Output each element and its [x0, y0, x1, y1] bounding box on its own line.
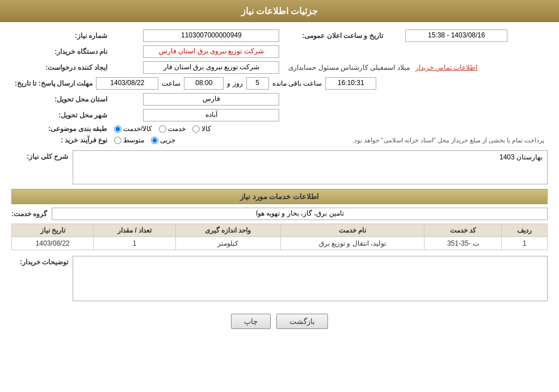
info-table: 1403/08/16 - 15:38 تاریخ و ساعت اعلان عم…: [11, 28, 548, 146]
province-label: استان محل تحویل:: [54, 95, 107, 103]
category-kala-label: کالا: [201, 125, 211, 133]
category-kala-khedmat-label: کالا/خدمت: [123, 125, 152, 133]
need-number-label: شماره نیاز:: [75, 32, 107, 40]
cell-count: 1: [94, 237, 175, 250]
purchase-type-group: متوسط جزیی: [114, 136, 279, 144]
category-kala-khedmat-option[interactable]: کالا/خدمت: [114, 125, 152, 133]
creator-person: میلاد اسمعیلی کارشناس مسئول حسابداری: [288, 64, 409, 71]
deadline-time: 08:00: [184, 77, 224, 90]
col-row: ردیف: [502, 224, 548, 237]
buyer-notes-textarea[interactable]: [73, 256, 548, 301]
deadline-remaining: 16:10:31: [325, 77, 376, 90]
cell-row: 1: [502, 237, 548, 250]
buyer-notes-label: توضیحات خریدار:: [11, 256, 68, 266]
purchase-jozvi-option[interactable]: جزیی: [151, 136, 175, 144]
col-unit: واحد اندازه گیری: [175, 224, 280, 237]
purchase-motovaset-radio[interactable]: [114, 137, 121, 144]
col-name: نام خدمت: [280, 224, 424, 237]
col-date: تاریخ نیاز: [12, 224, 94, 237]
city-label: شهر محل تحویل:: [58, 111, 107, 119]
deadline-days: 5: [246, 77, 269, 90]
page-header: جزئیات اطلاعات نیاز: [0, 0, 559, 22]
creator-link[interactable]: اطلاعات تماس خریدار: [415, 64, 478, 71]
category-label: طبقه بندی موضوعی:: [48, 125, 107, 133]
service-group-label: گروه خدمت:: [11, 210, 47, 218]
col-count: تعداد / مقدار: [94, 224, 175, 237]
deadline-remaining-label: ساعت باقی مانده: [272, 79, 322, 87]
buyer-org-label: نام دستگاه خریدار:: [54, 48, 107, 56]
cell-name: تولید، انتقال و توزیع برق: [280, 237, 424, 250]
button-area: بازگشت چاپ: [11, 307, 548, 336]
category-khedmat-option[interactable]: خدمت: [159, 125, 186, 133]
deadline-time-label: ساعت: [162, 79, 180, 87]
row-category: کالا/خدمت خدمت کالا: [11, 123, 548, 134]
description-value: بهارستان 1403: [499, 153, 543, 161]
back-button[interactable]: بازگشت: [276, 314, 328, 329]
deadline-day-label: روز و: [227, 79, 242, 87]
service-group-value: تامین برق، گاز، بخار و تهویه هوا: [52, 208, 548, 220]
buyer-org-value: شرکت توزیع نیروی برق استان فارس: [143, 45, 279, 58]
col-code: کد خدمت: [424, 224, 502, 237]
row-city: آباده شهر محل تحویل:: [11, 107, 548, 123]
category-kala-khedmat-radio[interactable]: [114, 125, 121, 133]
announcement-label: تاریخ و ساعت اعلان عمومی:: [302, 32, 383, 40]
page-container: جزئیات اطلاعات نیاز 1403/08/16 - 15:38 ت…: [0, 0, 559, 392]
description-box: بهارستان 1403: [73, 150, 548, 184]
services-section-title: اطلاعات خدمات مورد نیاز: [11, 189, 548, 204]
cell-unit: کیلومتر: [175, 237, 280, 250]
city-value: آباده: [143, 109, 279, 121]
print-button[interactable]: چاپ: [231, 314, 271, 329]
service-group-row: گروه خدمت: تامین برق، گاز، بخار و تهویه …: [11, 208, 548, 220]
category-khedmat-radio[interactable]: [159, 125, 166, 133]
category-kala-radio[interactable]: [192, 125, 200, 133]
deadline-label: مهلت ارسال پاسخ: تا تاریخ:: [15, 79, 93, 87]
purchase-jozvi-radio[interactable]: [151, 137, 158, 144]
service-table-body: 1 ت -35-351 تولید، انتقال و توزیع برق کی…: [12, 237, 548, 250]
purchase-type-label: نوع فرآیند خرید :: [61, 136, 107, 144]
category-kala-option[interactable]: کالا: [192, 125, 211, 133]
row-announcement: 1403/08/16 - 15:38 تاریخ و ساعت اعلان عم…: [11, 28, 548, 44]
row-deadline: مهلت ارسال پاسخ: تا تاریخ: 1403/08/22 سا…: [11, 75, 548, 91]
description-section: بهارستان 1403 شرح کلی نیاز:: [11, 150, 548, 184]
page-title: جزئیات اطلاعات نیاز: [241, 6, 318, 16]
creator-company: شرکت توزیع نیروی برق استان فار: [143, 61, 279, 74]
category-group: کالا/خدمت خدمت کالا: [114, 125, 279, 133]
deadline-date: 1403/08/22: [96, 77, 158, 90]
row-creator: اطلاعات تماس خریدار میلاد اسمعیلی کارشنا…: [11, 60, 548, 75]
buyer-notes-section: توضیحات خریدار:: [11, 256, 548, 301]
purchase-motovaset-label: متوسط: [123, 136, 144, 144]
creator-label: ایجاد کننده درخواست:: [45, 64, 107, 71]
description-label: شرح کلی نیاز:: [11, 150, 68, 161]
row-purchase-type: پرداخت تمام یا بخشی از مبلغ خریداز محل "…: [11, 134, 548, 146]
cell-code: ت -35-351: [424, 237, 502, 250]
purchase-jozvi-label: جزیی: [160, 136, 175, 144]
announcement-value: 1403/08/16 - 15:38: [405, 29, 507, 42]
cell-date: 1403/08/22: [12, 237, 94, 250]
service-table-header: ردیف کد خدمت نام خدمت واحد اندازه گیری ت…: [12, 224, 548, 237]
row-buyer-org: شرکت توزیع نیروی برق استان فارس نام دستگ…: [11, 44, 548, 60]
need-number-value: 1103007000000949: [143, 29, 279, 42]
province-value: فارس: [143, 93, 279, 106]
purchase-motovaset-option[interactable]: متوسط: [114, 136, 144, 144]
service-table-header-row: ردیف کد خدمت نام خدمت واحد اندازه گیری ت…: [12, 224, 548, 237]
content-area: 1403/08/16 - 15:38 تاریخ و ساعت اعلان عم…: [0, 22, 559, 342]
row-province: فارس استان محل تحویل:: [11, 91, 548, 107]
service-table: ردیف کد خدمت نام خدمت واحد اندازه گیری ت…: [11, 224, 548, 250]
table-row: 1 ت -35-351 تولید، انتقال و توزیع برق کی…: [12, 237, 548, 250]
purchase-note: پرداخت تمام یا بخشی از مبلغ خریداز محل "…: [352, 137, 544, 144]
category-khedmat-label: خدمت: [168, 125, 186, 133]
